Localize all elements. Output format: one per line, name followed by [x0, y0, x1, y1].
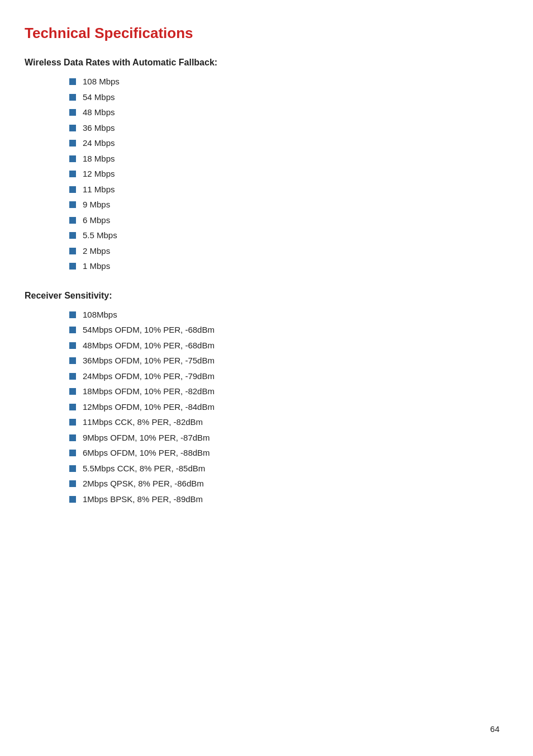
list-item: 9Mbps OFDM, 10% PER, -87dBm [69, 432, 499, 445]
list-item-text: 6Mbps OFDM, 10% PER, -88dBm [83, 447, 210, 460]
sections-container: Wireless Data Rates with Automatic Fallb… [25, 58, 499, 505]
bullet-square-icon [69, 109, 76, 116]
list-item-text: 5.5 Mbps [83, 229, 117, 242]
section-heading-0: Wireless Data Rates with Automatic Fallb… [25, 58, 499, 68]
list-item-text: 11Mbps CCK, 8% PER, -82dBm [83, 416, 203, 429]
bullet-list-1: 108Mbps54Mbps OFDM, 10% PER, -68dBm48Mbp… [69, 309, 499, 506]
list-item-text: 24Mbps OFDM, 10% PER, -79dBm [83, 370, 215, 383]
list-item-text: 18Mbps OFDM, 10% PER, -82dBm [83, 385, 215, 398]
bullet-square-icon [69, 311, 76, 318]
bullet-square-icon [69, 404, 76, 410]
list-item-text: 108 Mbps [83, 75, 120, 88]
list-item: 54Mbps OFDM, 10% PER, -68dBm [69, 324, 499, 337]
list-item-text: 5.5Mbps CCK, 8% PER, -85dBm [83, 462, 205, 475]
list-item: 9 Mbps [69, 199, 499, 211]
bullet-square-icon [69, 78, 76, 85]
bullet-square-icon [69, 263, 76, 270]
section-heading-1: Receiver Sensitivity: [25, 291, 499, 301]
list-item: 6Mbps OFDM, 10% PER, -88dBm [69, 447, 499, 460]
bullet-square-icon [69, 450, 76, 456]
list-item: 36Mbps OFDM, 10% PER, -75dBm [69, 355, 499, 367]
list-item: 11 Mbps [69, 183, 499, 196]
section-wireless-data-rates: Wireless Data Rates with Automatic Fallb… [25, 58, 499, 273]
bullet-square-icon [69, 434, 76, 441]
page-container: Technical Specifications Wireless Data R… [0, 0, 533, 557]
list-item: 12 Mbps [69, 168, 499, 181]
list-item-text: 48Mbps OFDM, 10% PER, -68dBm [83, 339, 215, 352]
bullet-square-icon [69, 171, 76, 177]
list-item: 36 Mbps [69, 122, 499, 135]
list-item-text: 2Mbps QPSK, 8% PER, -86dBm [83, 478, 204, 490]
bullet-square-icon [69, 496, 76, 503]
bullet-square-icon [69, 186, 76, 193]
bullet-square-icon [69, 232, 76, 239]
list-item-text: 11 Mbps [83, 183, 115, 196]
bullet-square-icon [69, 155, 76, 162]
bullet-square-icon [69, 327, 76, 333]
bullet-square-icon [69, 201, 76, 208]
bullet-square-icon [69, 125, 76, 131]
list-item: 54 Mbps [69, 91, 499, 104]
list-item-text: 108Mbps [83, 309, 117, 322]
list-item-text: 6 Mbps [83, 214, 110, 227]
list-item: 1Mbps BPSK, 8% PER, -89dBm [69, 493, 499, 506]
bullet-square-icon [69, 419, 76, 426]
bullet-square-icon [69, 373, 76, 380]
list-item-text: 18 Mbps [83, 153, 115, 166]
list-item: 5.5 Mbps [69, 229, 499, 242]
bullet-square-icon [69, 140, 76, 147]
list-item-text: 9 Mbps [83, 199, 110, 211]
bullet-square-icon [69, 388, 76, 395]
list-item: 2 Mbps [69, 245, 499, 258]
list-item: 11Mbps CCK, 8% PER, -82dBm [69, 416, 499, 429]
list-item: 48Mbps OFDM, 10% PER, -68dBm [69, 339, 499, 352]
list-item: 108Mbps [69, 309, 499, 322]
list-item-text: 36 Mbps [83, 122, 115, 135]
bullet-square-icon [69, 342, 76, 349]
list-item: 108 Mbps [69, 75, 499, 88]
page-title: Technical Specifications [25, 25, 499, 42]
bullet-square-icon [69, 248, 76, 254]
list-item: 18Mbps OFDM, 10% PER, -82dBm [69, 385, 499, 398]
list-item: 12Mbps OFDM, 10% PER, -84dBm [69, 401, 499, 414]
list-item-text: 2 Mbps [83, 245, 110, 258]
list-item: 48 Mbps [69, 106, 499, 119]
section-receiver-sensitivity: Receiver Sensitivity:108Mbps54Mbps OFDM,… [25, 291, 499, 506]
list-item: 24 Mbps [69, 137, 499, 150]
bullet-square-icon [69, 217, 76, 224]
list-item-text: 12Mbps OFDM, 10% PER, -84dBm [83, 401, 215, 414]
list-item: 2Mbps QPSK, 8% PER, -86dBm [69, 478, 499, 490]
bullet-square-icon [69, 480, 76, 487]
bullet-square-icon [69, 465, 76, 472]
list-item: 18 Mbps [69, 153, 499, 166]
list-item-text: 1Mbps BPSK, 8% PER, -89dBm [83, 493, 203, 506]
list-item-text: 54Mbps OFDM, 10% PER, -68dBm [83, 324, 215, 337]
list-item: 1 Mbps [69, 260, 499, 273]
bullet-square-icon [69, 94, 76, 101]
list-item-text: 54 Mbps [83, 91, 115, 104]
list-item: 24Mbps OFDM, 10% PER, -79dBm [69, 370, 499, 383]
list-item-text: 9Mbps OFDM, 10% PER, -87dBm [83, 432, 210, 445]
list-item: 6 Mbps [69, 214, 499, 227]
list-item-text: 24 Mbps [83, 137, 115, 150]
list-item-text: 36Mbps OFDM, 10% PER, -75dBm [83, 355, 215, 367]
bullet-square-icon [69, 357, 76, 364]
list-item-text: 1 Mbps [83, 260, 110, 273]
bullet-list-0: 108 Mbps54 Mbps48 Mbps36 Mbps24 Mbps18 M… [69, 75, 499, 273]
list-item-text: 48 Mbps [83, 106, 115, 119]
list-item: 5.5Mbps CCK, 8% PER, -85dBm [69, 462, 499, 475]
page-number: 64 [490, 724, 499, 734]
list-item-text: 12 Mbps [83, 168, 115, 181]
